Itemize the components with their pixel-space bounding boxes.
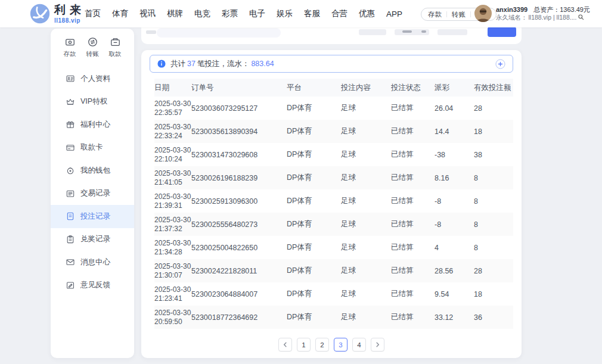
cell-status: 已结算 [391, 189, 435, 213]
sidebar-item-withdraw-card[interactable]: 取款卡 [51, 136, 134, 160]
cell-platform: DP体育 [287, 189, 341, 213]
cell-date-day: 2025-03-30 [154, 285, 189, 294]
nav-item-6[interactable]: 彩票 [222, 8, 238, 19]
cell-date: 2025-03-3021:30:07 [154, 259, 191, 282]
nav-item-8[interactable]: 娱乐 [277, 8, 293, 19]
nav-item-2[interactable]: 体育 [112, 8, 128, 19]
cell-payout: 26.04 [435, 97, 474, 120]
quick-action-deposit[interactable]: 存款 [60, 36, 79, 58]
table-row: 2025-03-3021:23:415230023064884007DP体育足球… [154, 282, 513, 306]
sidebar-item-label: 福利中心 [80, 120, 110, 130]
nav-item-7[interactable]: 电子 [249, 8, 265, 19]
search-button[interactable] [488, 27, 516, 37]
cell-bet-content: 足球 [341, 120, 391, 143]
topbar: 利来 ll188.vip 首页体育视讯棋牌电竞彩票电子娱乐客服合营优惠APP 存… [0, 0, 602, 27]
page-button-2[interactable]: 2 [315, 338, 329, 351]
nav-item-11[interactable]: 优惠 [359, 8, 375, 19]
cell-status: 已结算 [391, 166, 435, 189]
mail-icon [66, 257, 75, 267]
brand-text: 利来 ll188.vip [54, 4, 85, 24]
cell-valid-amount: 28 [474, 259, 513, 282]
filter-input[interactable] [157, 28, 281, 38]
cell-order: 5230025004822650 [191, 236, 287, 259]
cell-platform: DP体育 [287, 97, 341, 120]
sidebar-menu: 个人资料VIP特权福利中心取款卡我的钱包交易记录投注记录兑奖记录消息中心意见反馈 [51, 67, 134, 297]
cell-date-time: 20:59:50 [154, 318, 189, 326]
page-button-3[interactable]: 3 [334, 338, 347, 351]
sidebar-item-messages[interactable]: 消息中心 [51, 251, 134, 274]
pill-transfer-button[interactable]: 转账 [452, 10, 466, 19]
cell-bet-content: 足球 [341, 236, 391, 259]
deposit-icon [64, 36, 76, 48]
sidebar-item-prize-records[interactable]: 兑奖记录 [51, 228, 134, 251]
cell-date-time: 21:37:32 [154, 225, 189, 234]
cell-bet-content: 足球 [341, 259, 391, 282]
nav-item-5[interactable]: 电竞 [194, 8, 210, 19]
quick-action-withdraw[interactable]: 取款 [105, 36, 125, 58]
sidebar: 存款转账取款 个人资料VIP特权福利中心取款卡我的钱包交易记录投注记录兑奖记录消… [51, 29, 134, 358]
nav-item-3[interactable]: 视讯 [139, 8, 156, 19]
sidebar-item-transactions[interactable]: 交易记录 [51, 182, 134, 206]
cell-status: 已结算 [391, 120, 435, 143]
avatar[interactable] [474, 5, 492, 22]
cell-bet-content: 足球 [341, 143, 391, 166]
nav-item-12[interactable]: APP [386, 10, 402, 18]
user-line-assets: anxin3399总资产：1363.49元 [496, 5, 590, 14]
cell-valid-amount: 8 [474, 166, 513, 189]
cell-date-time: 21:30:07 [154, 271, 189, 280]
cell-payout: 14.4 [435, 120, 474, 143]
table-row: 2025-03-3021:41:055230026196188239DP体育足球… [154, 166, 513, 189]
cell-order: 5230026196188239 [191, 166, 287, 189]
brand-logo[interactable]: 利来 ll188.vip [30, 4, 85, 24]
cell-valid-amount: 8 [474, 189, 513, 213]
assets-label: 总资产： [533, 6, 560, 13]
bet-records-table: 日期订单号平台投注内容投注状态派彩有效投注额 2025-03-3022:35:5… [154, 79, 513, 329]
sidebar-item-vip[interactable]: VIP特权 [51, 91, 134, 114]
cell-date-time: 22:33:24 [154, 132, 189, 141]
quick-action-transfer[interactable]: 转账 [83, 36, 102, 58]
prev-page-button[interactable] [278, 338, 292, 351]
bet-count: 37 [187, 60, 196, 68]
cell-date-day: 2025-03-30 [154, 216, 189, 225]
column-header: 平台 [287, 79, 341, 97]
page-button-1[interactable]: 1 [297, 338, 311, 351]
pill-divider [446, 11, 447, 17]
sidebar-item-profile[interactable]: 个人资料 [51, 67, 134, 91]
summary-text: 共计37笔投注，流水：883.64 [170, 59, 276, 69]
cell-valid-amount: 8 [474, 213, 513, 236]
next-page-button[interactable] [371, 338, 384, 351]
sidebar-item-feedback[interactable]: 意见反馈 [51, 274, 134, 297]
nav-item-4[interactable]: 棋牌 [167, 8, 183, 19]
bank-card-icon [66, 143, 75, 153]
cell-status: 已结算 [391, 236, 435, 259]
page-button-4[interactable]: 4 [352, 338, 366, 351]
sidebar-item-bet-records[interactable]: 投注记录 [51, 205, 134, 228]
page: 利来 ll188.vip 首页体育视讯棋牌电竞彩票电子娱乐客服合营优惠APP 存… [0, 0, 602, 364]
filter-bar-partial [141, 27, 522, 44]
sidebar-item-label: 交易记录 [80, 188, 110, 198]
expand-icon[interactable] [495, 59, 505, 69]
cell-platform: DP体育 [287, 213, 341, 236]
sidebar-item-welfare[interactable]: 福利中心 [51, 113, 134, 136]
list-icon [66, 189, 75, 198]
cell-bet-content: 足球 [341, 97, 391, 120]
quick-action-label: 存款 [64, 50, 76, 58]
cell-order: 5230035613890394 [191, 120, 287, 143]
gift-icon [66, 120, 75, 129]
sidebar-item-wallet[interactable]: 我的钱包 [51, 159, 134, 182]
cell-valid-amount: 18 [474, 120, 513, 143]
pill-deposit-button[interactable]: 存款 [428, 10, 442, 19]
nav-item-9[interactable]: 客服 [304, 8, 320, 19]
summary-bar: 共计37笔投注，流水：883.64 [150, 55, 513, 73]
nav-item-1[interactable]: 首页 [85, 8, 101, 19]
cell-date: 2025-03-3021:23:41 [154, 282, 191, 306]
table-row: 2025-03-3022:10:245230031473029608DP体育足球… [154, 143, 513, 166]
nav-item-10[interactable]: 合营 [331, 8, 347, 19]
cell-date-time: 21:41:05 [154, 178, 189, 187]
username[interactable]: anxin3399 [496, 6, 527, 13]
cell-date-day: 2025-03-30 [154, 192, 189, 201]
cell-date: 2025-03-3022:33:24 [154, 120, 191, 143]
user-box: anxin3399总资产：1363.49元 永久域名：ll188.vip | l… [474, 5, 590, 22]
cell-payout: -8 [435, 213, 474, 236]
search-icon[interactable] [578, 14, 584, 22]
